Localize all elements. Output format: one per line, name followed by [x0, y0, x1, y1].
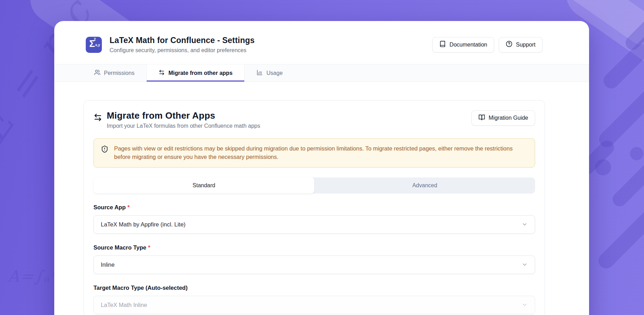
target-macro-label-row: Target Macro Type (Auto-selected)	[93, 285, 535, 291]
help-circle-icon	[506, 41, 512, 49]
source-macro-select[interactable]: Inline	[93, 255, 535, 274]
target-macro-value: LaTeX Math Inline	[101, 302, 147, 308]
users-icon	[94, 69, 100, 77]
card-header: Σ 2 x,y LaTeX Math for Confluence - Sett…	[54, 21, 589, 64]
warning-banner: Pages with view or edit restrictions may…	[93, 138, 535, 168]
source-macro-label-row: Source Macro Type *	[93, 244, 535, 251]
source-app-value: LaTeX Math by Appfire (incl. Lite)	[101, 221, 186, 228]
chevron-down-icon	[522, 302, 528, 308]
documentation-button[interactable]: Documentation	[432, 37, 494, 52]
chevron-down-icon	[522, 261, 528, 268]
mode-standard[interactable]: Standard	[93, 177, 314, 194]
book-open-icon	[478, 114, 485, 122]
required-asterisk: *	[148, 244, 150, 251]
header-text: LaTeX Math for Confluence - Settings Con…	[110, 36, 254, 54]
section-subtitle: Import your LaTeX formulas from other Co…	[107, 123, 260, 129]
page-title: LaTeX Math for Confluence - Settings	[110, 36, 254, 45]
panel-header: Migrate from Other Apps Import your LaTe…	[93, 110, 535, 129]
shield-alert-icon	[101, 145, 108, 154]
migrate-panel: Migrate from Other Apps Import your LaTe…	[84, 100, 545, 315]
source-app-label: Source App	[93, 204, 126, 211]
source-app-select[interactable]: LaTeX Math by Appfire (incl. Lite)	[93, 215, 535, 234]
tab-usage-label: Usage	[266, 70, 282, 76]
support-button[interactable]: Support	[499, 37, 542, 52]
logo-xy: x,y	[95, 43, 100, 47]
tab-permissions-label: Permissions	[104, 70, 134, 76]
tab-migrate-label: Migrate from other apps	[168, 70, 232, 76]
target-macro-select: LaTeX Math Inline	[93, 296, 535, 314]
tab-migrate-from-other-apps[interactable]: Migrate from other apps	[146, 64, 245, 82]
required-asterisk: *	[127, 204, 130, 211]
book-icon	[439, 41, 446, 49]
page-subtitle: Configure security, permissions, and edi…	[110, 47, 254, 54]
target-macro-label: Target Macro Type (Auto-selected)	[93, 285, 188, 291]
logo-sup: 2	[94, 37, 96, 41]
source-macro-label: Source Macro Type	[93, 244, 146, 251]
warning-text: Pages with view or edit restrictions may…	[114, 145, 528, 161]
background-capsule	[595, 199, 644, 272]
app-card: Σ 2 x,y LaTeX Math for Confluence - Sett…	[54, 21, 589, 315]
section-text: Migrate from Other Apps Import your LaTe…	[107, 110, 260, 129]
page-background: E = mc A=∫ₐᵇ f(x)d Σ 2 x,y LaTeX Math fo…	[0, 0, 644, 315]
migration-guide-button[interactable]: Migration Guide	[471, 110, 535, 126]
mode-toggle: Standard Advanced	[93, 177, 535, 194]
source-macro-value: Inline	[101, 261, 114, 268]
tab-usage[interactable]: Usage	[245, 64, 294, 82]
source-app-label-row: Source App *	[93, 204, 535, 211]
target-macro-field: Target Macro Type (Auto-selected) LaTeX …	[93, 285, 535, 314]
background-dot	[627, 144, 644, 163]
source-app-field: Source App * LaTeX Math by Appfire (incl…	[93, 204, 535, 234]
content-area: Migrate from Other Apps Import your LaTe…	[54, 82, 589, 315]
tab-bar: Permissions Migrate from other apps Usag…	[54, 64, 589, 82]
support-label: Support	[516, 42, 536, 48]
section-title: Migrate from Other Apps	[107, 110, 260, 121]
section-swap-icon	[93, 110, 102, 123]
swap-icon	[159, 69, 165, 77]
mode-advanced[interactable]: Advanced	[314, 177, 535, 194]
chart-icon	[257, 69, 263, 77]
tab-permissions[interactable]: Permissions	[82, 64, 146, 82]
chevron-down-icon	[522, 221, 528, 227]
background-capsule	[610, 155, 644, 209]
source-macro-field: Source Macro Type * Inline	[93, 244, 535, 274]
app-logo-icon: Σ 2 x,y	[86, 37, 102, 53]
background-capsule	[596, 75, 644, 150]
documentation-label: Documentation	[449, 42, 487, 48]
migration-guide-label: Migration Guide	[489, 115, 528, 121]
header-actions: Documentation Support	[432, 37, 542, 52]
